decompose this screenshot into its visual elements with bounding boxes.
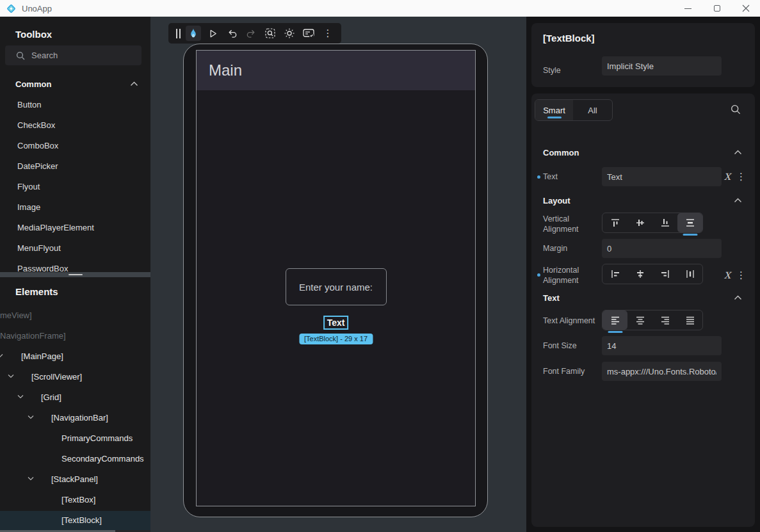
tree-item-stackpanel[interactable]: [StackPanel] — [0, 470, 150, 489]
undo-button[interactable] — [224, 26, 239, 41]
text-value-input[interactable] — [602, 167, 722, 186]
tree-item-mainpage[interactable]: [MainPage] — [0, 347, 150, 366]
toolbox-item-image[interactable]: Image — [0, 197, 150, 216]
toolbox-item-mediaplayerelement[interactable]: MediaPlayerElement — [0, 218, 150, 237]
elements-title: Elements — [15, 286, 58, 297]
maximize-icon — [714, 5, 720, 12]
kebab-icon[interactable]: ⋮ — [736, 172, 746, 182]
maximize-button[interactable] — [702, 0, 731, 17]
close-button[interactable] — [731, 0, 760, 17]
font-family-input[interactable] — [602, 362, 722, 381]
chevron-up-icon — [734, 295, 742, 300]
row-text: Text X ⋮ — [531, 167, 755, 186]
drag-handle-icon[interactable] — [174, 29, 182, 38]
chevron-down-icon — [28, 415, 34, 419]
app-window: UnoApp Toolbox Common Button CheckBox Co… — [0, 0, 760, 532]
sun-icon — [284, 28, 295, 39]
markup-binding-icon[interactable]: X — [724, 172, 731, 182]
tab-all[interactable]: All — [573, 100, 612, 120]
property-tabs: Smart All — [535, 99, 613, 121]
redo-button[interactable] — [243, 26, 259, 41]
more-options-button[interactable]: ⋮ — [320, 26, 336, 41]
toolbox-item-datepicker[interactable]: DatePicker — [0, 156, 150, 175]
text-align-justify-icon — [684, 314, 696, 326]
toolbox-item-checkbox[interactable]: CheckBox — [0, 115, 150, 134]
font-size-input[interactable] — [602, 336, 722, 355]
uno-logo-icon — [6, 3, 17, 14]
align-vstretch-icon — [684, 217, 696, 229]
chevron-down-icon — [17, 394, 24, 399]
active-tab-underline — [547, 117, 562, 118]
textalign-justify-button[interactable] — [677, 310, 702, 330]
titlebar: UnoApp — [0, 0, 760, 17]
hot-design-flame-button[interactable] — [186, 26, 201, 41]
tree-item-navigationbar[interactable]: [NavigationBar] — [0, 408, 150, 428]
section-common[interactable]: Common — [531, 146, 755, 161]
splitter-grip-icon — [69, 274, 83, 275]
modified-dot-icon — [537, 273, 540, 277]
halign-center-button[interactable] — [627, 264, 652, 284]
play-button[interactable] — [205, 26, 220, 41]
row-text-alignment: Text Alignment — [531, 310, 755, 333]
toolbox-section-common[interactable]: Common — [0, 76, 150, 92]
search-input[interactable] — [31, 51, 127, 60]
align-right-icon — [659, 268, 671, 280]
halign-stretch-button[interactable] — [677, 264, 702, 284]
markup-binding-icon[interactable]: X — [724, 270, 731, 280]
text-align-right-icon — [659, 314, 671, 326]
toolbox-item-menuflyout[interactable]: MenuFlyout — [0, 238, 150, 257]
valign-stretch-button[interactable] — [677, 213, 702, 232]
tree-item-textbox[interactable]: [TextBox] — [0, 490, 150, 510]
page-title: Main — [209, 61, 242, 79]
tree-item-grid[interactable]: [Grid] — [0, 388, 150, 407]
design-textblock-selected[interactable]: Text — [323, 316, 349, 330]
inspect-button[interactable] — [263, 26, 278, 41]
design-textbox[interactable]: Enter your name: — [286, 268, 387, 305]
textalign-right-button[interactable] — [652, 310, 677, 330]
tree-item-scrollviewer[interactable]: [ScrollViewer] — [0, 367, 150, 387]
valign-center-button[interactable] — [627, 213, 652, 232]
halign-left-button[interactable] — [602, 264, 627, 284]
tree-item-secondarycommands[interactable]: SecondaryCommands — [0, 449, 150, 469]
undo-icon — [227, 28, 238, 39]
design-canvas: ⋮ Main Enter your name: Text [TextBlock]… — [150, 17, 526, 532]
toolbox-item-button[interactable]: Button — [0, 95, 150, 114]
toolbox-title: Toolbox — [15, 29, 52, 40]
valign-bottom-button[interactable] — [652, 213, 677, 232]
style-input[interactable] — [602, 56, 722, 76]
toolbox-item-combobox[interactable]: ComboBox — [0, 136, 150, 155]
page-content: Enter your name: Text [TextBlock] - 29 x… — [197, 90, 475, 506]
chevron-up-icon — [734, 198, 742, 203]
tree-item-navigationframe[interactable]: NavigationFrame] — [0, 326, 150, 346]
textalign-left-button[interactable] — [602, 310, 627, 330]
text-alignment-group — [602, 310, 703, 330]
tree-item-frameview[interactable]: meView] — [0, 306, 150, 325]
valign-top-button[interactable] — [602, 213, 627, 232]
app-title: UnoApp — [22, 4, 52, 13]
selected-element-title: [TextBlock] — [543, 33, 595, 44]
toolbox-search[interactable] — [5, 45, 141, 65]
design-toolbar: ⋮ — [168, 23, 341, 44]
inspect-icon — [264, 28, 276, 39]
properties-search-icon[interactable] — [731, 104, 741, 115]
toolbox-item-flyout[interactable]: Flyout — [0, 177, 150, 196]
chevron-down-icon — [0, 353, 3, 358]
halign-right-button[interactable] — [652, 264, 677, 284]
modified-dot-icon — [537, 175, 540, 179]
panel-splitter[interactable] — [0, 272, 150, 277]
kebab-icon[interactable]: ⋮ — [736, 271, 746, 280]
section-text[interactable]: Text — [531, 291, 755, 307]
section-layout[interactable]: Layout — [531, 194, 755, 209]
theme-toggle-button[interactable] — [282, 26, 297, 41]
minimize-button[interactable] — [674, 0, 702, 17]
textalign-center-button[interactable] — [627, 310, 652, 330]
chevron-down-icon — [28, 476, 34, 481]
selection-size-badge: [TextBlock] - 29 x 17 — [299, 334, 373, 344]
tree-item-primarycommands[interactable]: PrimaryCommands — [0, 429, 150, 448]
row-font-family: Font Family — [531, 362, 755, 381]
form-check-button[interactable] — [301, 26, 316, 41]
tree-item-textblock-selected[interactable]: [TextBlock] — [0, 511, 150, 530]
tab-smart[interactable]: Smart — [535, 100, 573, 120]
margin-input[interactable] — [602, 239, 722, 258]
redo-icon — [246, 28, 257, 39]
